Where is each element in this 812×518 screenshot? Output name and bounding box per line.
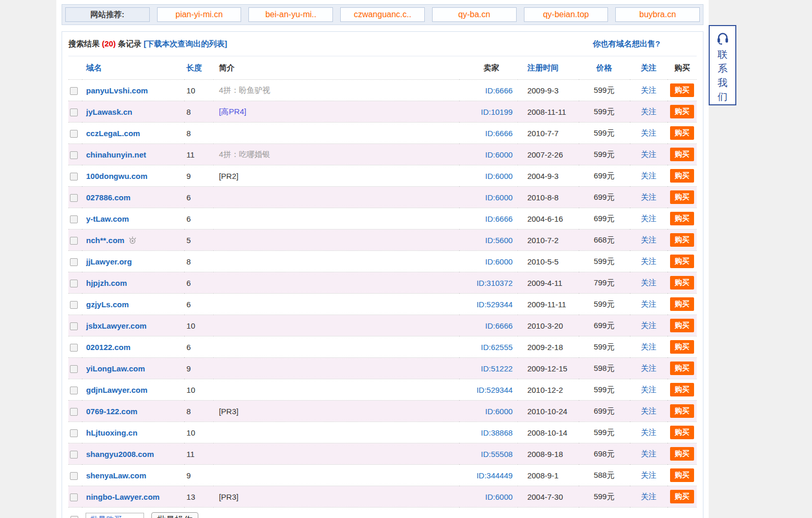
row-checkbox[interactable]	[70, 215, 78, 223]
seller-id-link[interactable]: ID:6000	[485, 492, 513, 501]
seller-id-link[interactable]: ID:344449	[476, 471, 512, 480]
sell-domain-link[interactable]: 你也有域名想出售?	[593, 39, 660, 49]
row-checkbox[interactable]	[70, 87, 78, 95]
seller-id-link[interactable]: ID:6000	[485, 150, 513, 159]
follow-link[interactable]: 关注	[641, 86, 656, 94]
seller-id-link[interactable]: ID:310372	[476, 279, 512, 287]
recommended-site-link[interactable]: buybra.cn	[615, 7, 700, 22]
seller-id-link[interactable]: ID:10199	[481, 107, 512, 116]
row-checkbox[interactable]	[70, 194, 78, 202]
recommended-site-link[interactable]: pian-yi-mi.cn	[157, 7, 242, 22]
select-all-checkbox[interactable]	[70, 516, 78, 518]
row-checkbox[interactable]	[70, 344, 78, 352]
domain-link[interactable]: 027886.com	[86, 193, 130, 202]
row-checkbox[interactable]	[70, 387, 78, 394]
contact-us-widget[interactable]: 联系我们	[709, 25, 736, 105]
column-header-follow[interactable]: 关注	[630, 56, 667, 80]
domain-link[interactable]: 100dongwu.com	[86, 172, 148, 180]
bulk-action-select[interactable]: 批量购买 ▼	[86, 513, 144, 518]
seller-id-link[interactable]: ID:529344	[476, 300, 512, 309]
domain-link[interactable]: ningbo-Lawyer.com	[86, 492, 160, 501]
buy-button[interactable]: 购买	[670, 319, 694, 332]
seller-id-link[interactable]: ID:6666	[485, 86, 513, 95]
follow-link[interactable]: 关注	[641, 428, 656, 437]
buy-button[interactable]: 购买	[670, 297, 694, 311]
domain-link[interactable]: 020122.com	[86, 343, 130, 352]
buy-button[interactable]: 购买	[670, 212, 694, 225]
seller-id-link[interactable]: ID:529344	[476, 386, 512, 394]
buy-button[interactable]: 购买	[670, 340, 694, 354]
follow-link[interactable]: 关注	[641, 385, 656, 394]
domain-link[interactable]: jsbxLawyer.com	[86, 321, 147, 330]
buy-button[interactable]: 购买	[670, 190, 694, 204]
seller-id-link[interactable]: ID:6000	[485, 172, 513, 180]
row-checkbox[interactable]	[70, 451, 78, 459]
seller-id-link[interactable]: ID:6000	[485, 193, 513, 202]
row-checkbox[interactable]	[70, 109, 78, 116]
buy-button[interactable]: 购买	[670, 276, 694, 290]
recommended-site-link[interactable]: qy-ba.cn	[432, 7, 517, 22]
seller-id-link[interactable]: ID:55508	[481, 450, 512, 459]
buy-button[interactable]: 购买	[670, 426, 694, 439]
follow-link[interactable]: 关注	[641, 214, 656, 223]
buy-button[interactable]: 购买	[670, 105, 694, 118]
buy-button[interactable]: 购买	[670, 126, 694, 140]
domain-link[interactable]: shangyu2008.com	[86, 450, 154, 459]
buy-button[interactable]: 购买	[670, 490, 694, 503]
row-checkbox[interactable]	[70, 280, 78, 287]
buy-button[interactable]: 购买	[670, 169, 694, 183]
row-checkbox[interactable]	[70, 173, 78, 180]
domain-link[interactable]: hjpjzh.com	[86, 279, 127, 287]
domain-link[interactable]: y-tLaw.com	[86, 214, 129, 223]
seller-id-link[interactable]: ID:62555	[481, 343, 512, 352]
seller-id-link[interactable]: ID:38868	[481, 428, 512, 437]
seller-id-link[interactable]: ID:6000	[485, 257, 513, 266]
column-header-domain[interactable]: 域名	[82, 56, 184, 80]
follow-link[interactable]: 关注	[641, 299, 656, 308]
domain-link[interactable]: hLjtuoxing.cn	[86, 428, 137, 437]
follow-link[interactable]: 关注	[641, 257, 656, 266]
follow-link[interactable]: 关注	[641, 364, 656, 372]
recommended-site-link[interactable]: qy-beian.top	[524, 7, 608, 22]
seller-id-link[interactable]: ID:6666	[485, 321, 513, 330]
seller-id-link[interactable]: ID:6666	[485, 129, 513, 138]
follow-link[interactable]: 关注	[641, 128, 656, 137]
domain-link[interactable]: gdjnLawyer.com	[86, 386, 148, 394]
domain-link[interactable]: cczLegaL.com	[86, 129, 140, 138]
follow-link[interactable]: 关注	[641, 492, 656, 501]
follow-link[interactable]: 关注	[641, 107, 656, 116]
buy-button[interactable]: 购买	[670, 404, 694, 418]
domain-link[interactable]: jjLawyer.org	[86, 257, 132, 266]
follow-link[interactable]: 关注	[641, 449, 656, 458]
follow-link[interactable]: 关注	[641, 321, 656, 330]
row-checkbox[interactable]	[70, 408, 78, 416]
domain-link[interactable]: 0769-122.com	[86, 407, 137, 416]
follow-link[interactable]: 关注	[641, 235, 656, 244]
follow-link[interactable]: 关注	[641, 171, 656, 180]
row-checkbox[interactable]	[70, 429, 78, 437]
buy-button[interactable]: 购买	[670, 255, 694, 268]
row-checkbox[interactable]	[70, 301, 78, 309]
buy-button[interactable]: 购买	[670, 362, 694, 375]
follow-link[interactable]: 关注	[641, 192, 656, 201]
domain-link[interactable]: shenyaLaw.com	[86, 471, 146, 480]
domain-link[interactable]: nch**.com	[86, 236, 124, 245]
domain-link[interactable]: panyuLvshi.com	[86, 86, 148, 95]
buy-button[interactable]: 购买	[670, 148, 694, 161]
recommended-site-link[interactable]: czwanguanc.c..	[340, 7, 425, 22]
buy-button[interactable]: 购买	[670, 447, 694, 461]
buy-button[interactable]: 购买	[670, 383, 694, 396]
row-checkbox[interactable]	[70, 365, 78, 373]
follow-link[interactable]: 关注	[641, 278, 656, 287]
follow-link[interactable]: 关注	[641, 471, 656, 479]
column-header-date[interactable]: 注册时间	[518, 56, 578, 80]
row-checkbox[interactable]	[70, 493, 78, 501]
download-list-link[interactable]: [下载本次查询出的列表]	[144, 39, 227, 48]
seller-id-link[interactable]: ID:6666	[485, 214, 513, 223]
row-checkbox[interactable]	[70, 130, 78, 138]
recommended-site-link[interactable]: bei-an-yu-mi..	[248, 7, 333, 22]
domain-link[interactable]: jyLawask.cn	[86, 107, 132, 116]
column-header-price[interactable]: 价格	[579, 56, 630, 80]
row-checkbox[interactable]	[70, 322, 78, 330]
buy-button[interactable]: 购买	[670, 83, 694, 97]
